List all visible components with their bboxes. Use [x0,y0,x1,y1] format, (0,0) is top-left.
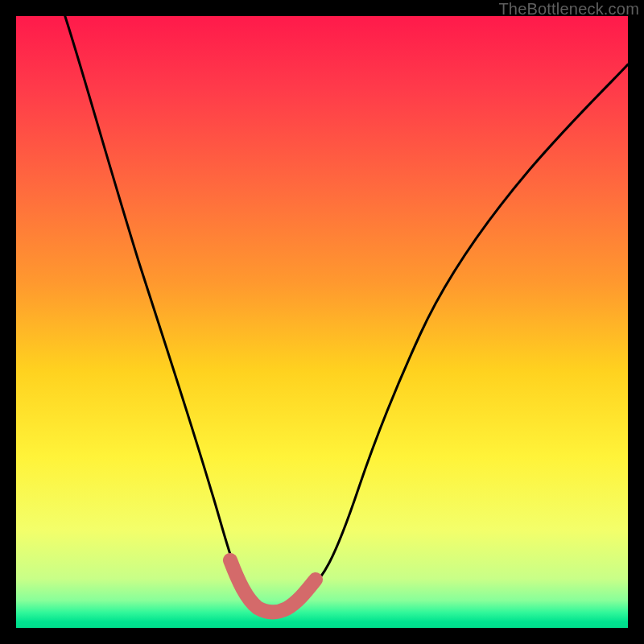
attribution-watermark: TheBottleneck.com [498,0,639,19]
bottleneck-curve-layer [16,16,628,628]
plot-area [16,16,628,628]
optimal-range-highlight [230,560,316,612]
bottleneck-curve [65,16,628,613]
chart-frame: TheBottleneck.com [0,0,644,644]
